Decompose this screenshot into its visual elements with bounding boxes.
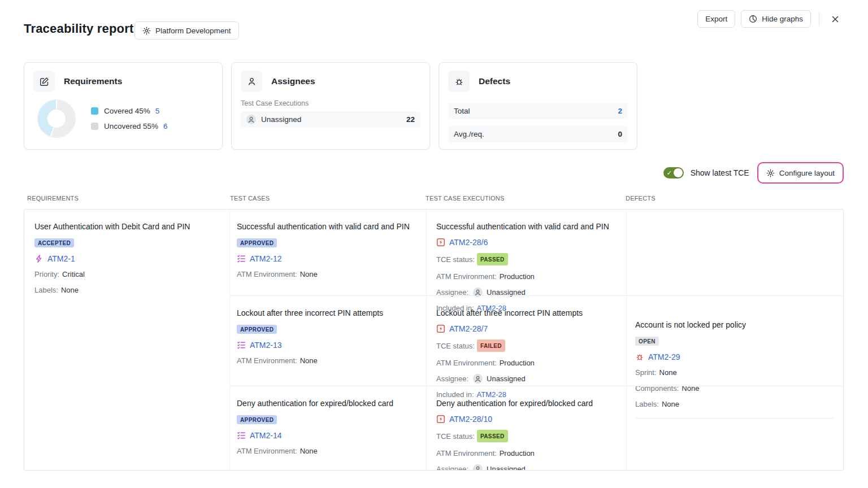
- tce-status-line: TCE status: FAILED: [436, 339, 617, 352]
- avatar-icon: [246, 115, 256, 124]
- execution-key-link[interactable]: ATM2-28/7: [449, 324, 488, 333]
- execution-key-row: ATM2-28/10: [436, 415, 617, 424]
- execution-key-link[interactable]: ATM2-28/10: [449, 415, 492, 424]
- close-icon: [831, 15, 840, 24]
- defects-avg-row: Avg./req. 0: [448, 126, 628, 142]
- column-header-defects: DEFECTS: [626, 195, 656, 202]
- covered-label: Covered 45%: [104, 107, 150, 115]
- execution-key-row: ATM2-28/7: [436, 324, 617, 333]
- test-case-icon: [237, 254, 246, 263]
- column-header-test-case-executions: TEST CASE EXECUTIONS: [426, 195, 505, 202]
- test-case-env-line: ATM Environment: None: [237, 446, 417, 456]
- defect-sprint-line: Sprint: None: [635, 368, 834, 377]
- scope-button-label: Platform Development: [155, 27, 231, 35]
- requirements-card-icon-box: [33, 71, 55, 92]
- defects-total-label: Total: [454, 107, 470, 115]
- execution-key-link[interactable]: ATM2-28/6: [449, 238, 488, 247]
- test-case-icon: [237, 431, 246, 440]
- requirement-key-row: ATM2-1: [34, 254, 220, 263]
- tce-status-badge: PASSED: [477, 430, 508, 442]
- test-case-key-link[interactable]: ATM2-12: [250, 254, 282, 263]
- toggle-knob: [674, 168, 683, 177]
- test-case-status-badge: APPROVED: [237, 325, 277, 334]
- configure-layout-label: Configure layout: [779, 169, 835, 177]
- uncovered-swatch: [91, 123, 98, 130]
- toggle-check-icon: ✓: [667, 168, 672, 177]
- covered-count-link[interactable]: 5: [155, 107, 160, 115]
- person-icon: [247, 77, 257, 86]
- legend-item-uncovered: Uncovered 55% 6: [91, 122, 168, 130]
- requirement-key-link[interactable]: ATM2-1: [47, 254, 75, 263]
- test-case-env-line: ATM Environment: None: [237, 269, 417, 279]
- defects-card: Defects Total 2 Avg./req. 0: [439, 62, 637, 150]
- requirements-card: Requirements Covered 45% 5 Uncovered 55%…: [24, 62, 223, 150]
- test-case-icon: [237, 341, 246, 350]
- edit-icon: [40, 77, 49, 86]
- test-execution-icon: [436, 324, 445, 333]
- bug-icon: [454, 77, 464, 86]
- requirement-status-badge: ACCEPTED: [34, 238, 74, 247]
- covered-swatch: [91, 107, 98, 115]
- export-button-label: Export: [705, 15, 727, 23]
- linked-rows: Successful authentication with valid car…: [230, 210, 843, 470]
- test-execution-icon: [436, 415, 445, 424]
- requirement-title: User Authentication with Debit Card and …: [34, 221, 220, 232]
- execution-assignee-line: Assignee: Unassigned: [436, 374, 617, 384]
- column-header-test-cases: TEST CASES: [230, 195, 270, 202]
- test-execution-icon: [436, 238, 445, 247]
- requirement-icon: [34, 254, 44, 263]
- requirement-priority-line: Priority: Critical: [34, 269, 220, 279]
- hide-graphs-button[interactable]: Hide graphs: [741, 10, 811, 28]
- header-divider: [819, 12, 819, 26]
- execution-assignee-line: Assignee: Unassigned: [436, 464, 617, 470]
- scope-button[interactable]: Platform Development: [134, 21, 239, 40]
- coverage-legend: Covered 45% 5 Uncovered 55% 6: [91, 107, 168, 130]
- table-row: Successful authentication with valid car…: [230, 210, 843, 295]
- execution-env-line: ATM Environment: Production: [436, 358, 617, 368]
- defects-card-title: Defects: [479, 76, 510, 86]
- tce-status-line: TCE status: PASSED: [436, 430, 617, 442]
- defect-key-link[interactable]: ATM2-29: [648, 352, 680, 361]
- defects-card-icon-box: [448, 71, 470, 92]
- close-button[interactable]: [827, 11, 843, 27]
- requirement-cell: User Authentication with Debit Card and …: [24, 210, 230, 470]
- traceability-table: User Authentication with Debit Card and …: [24, 209, 844, 470]
- defect-cell-empty: [627, 386, 843, 470]
- test-case-title: Lockout after three incorrect PIN attemp…: [237, 308, 417, 319]
- defect-title: Account is not locked per policy: [635, 320, 834, 330]
- coverage-donut-chart: [38, 100, 75, 137]
- column-header-requirements: REQUIREMENTS: [27, 195, 79, 202]
- uncovered-label: Uncovered 55%: [104, 122, 158, 130]
- execution-key-row: ATM2-28/6: [436, 238, 617, 247]
- defects-avg-label: Avg./req.: [454, 130, 484, 138]
- assignee-count: 22: [406, 115, 415, 124]
- show-latest-tce-toggle[interactable]: ✓: [663, 167, 684, 178]
- table-controls: ✓ Show latest TCE Configure layout: [663, 162, 844, 184]
- test-case-key-row: ATM2-13: [237, 341, 417, 350]
- table-column-headers: REQUIREMENTS TEST CASES TEST CASE EXECUT…: [0, 195, 868, 204]
- requirement-labels-line: Labels: None: [34, 285, 220, 295]
- tce-status-line: TCE status: PASSED: [436, 253, 617, 265]
- show-latest-tce-label: Show latest TCE: [691, 168, 749, 177]
- gear-icon: [142, 27, 151, 35]
- test-case-key-row: ATM2-12: [237, 254, 417, 263]
- defects-total-row: Total 2: [448, 103, 628, 119]
- export-button[interactable]: Export: [697, 10, 735, 28]
- test-case-cell: Deny authentication for expired/blocked …: [230, 386, 427, 470]
- execution-title: Deny authentication for expired/blocked …: [436, 398, 617, 409]
- test-case-key-link[interactable]: ATM2-14: [250, 431, 282, 440]
- test-case-key-link[interactable]: ATM2-13: [250, 341, 282, 350]
- execution-env-line: ATM Environment: Production: [436, 448, 617, 458]
- hide-graphs-button-label: Hide graphs: [762, 15, 803, 23]
- uncovered-count-link[interactable]: 6: [163, 122, 168, 130]
- table-row: Deny authentication for expired/blocked …: [230, 386, 843, 470]
- defects-avg-value: 0: [618, 130, 622, 138]
- defects-total-value-link[interactable]: 2: [618, 107, 622, 115]
- assignee-name: Unassigned: [261, 115, 301, 124]
- execution-env-line: ATM Environment: Production: [436, 272, 617, 281]
- assignees-card: Assignees Test Case Executions Unassigne…: [231, 62, 430, 150]
- tce-status-badge: PASSED: [477, 253, 508, 265]
- execution-cell: Deny authentication for expired/blocked …: [427, 386, 627, 470]
- configure-layout-button[interactable]: Configure layout: [760, 164, 841, 181]
- test-case-title: Deny authentication for expired/blocked …: [237, 398, 417, 409]
